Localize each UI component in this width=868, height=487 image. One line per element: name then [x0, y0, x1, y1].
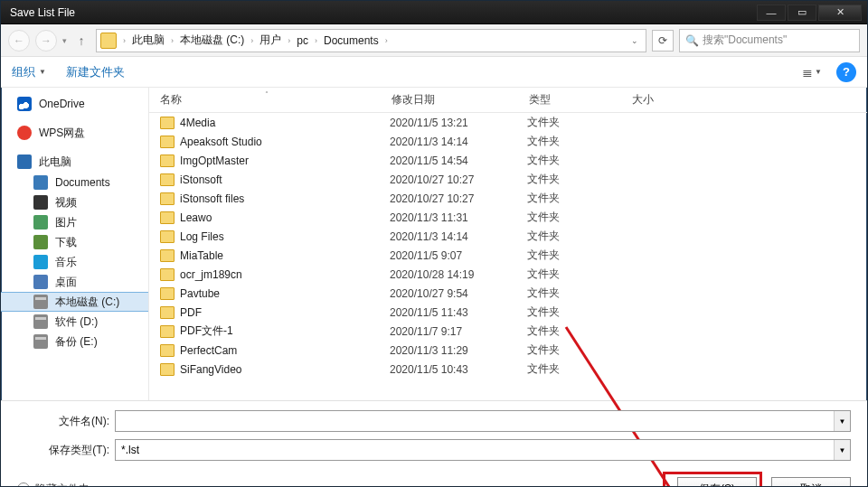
sidebar-item-documents[interactable]: Documents [1, 173, 148, 192]
cancel-button[interactable]: 取消 [771, 477, 851, 487]
file-name: MiaTable [180, 249, 390, 262]
breadcrumb-item[interactable]: 此电脑 [130, 33, 166, 48]
close-button[interactable]: ✕ [818, 5, 862, 21]
navigation-bar: ← → ▾ ↑ › 此电脑 › 本地磁盘 (C:) › 用户 › pc › Do… [1, 24, 867, 57]
file-date: 2020/11/3 11:31 [390, 211, 527, 224]
file-row[interactable]: PDF文件-12020/11/7 9:17文件夹 [149, 322, 867, 341]
sidebar-item-desktop[interactable]: 桌面 [1, 272, 148, 292]
file-row[interactable]: 4Media2020/11/5 13:21文件夹 [149, 113, 867, 132]
sidebar-item-pictures[interactable]: 图片 [1, 212, 148, 232]
organize-button[interactable]: 组织 ▼ [12, 64, 46, 80]
drive-icon [33, 314, 48, 329]
file-name: PDF文件-1 [180, 323, 390, 339]
file-type: 文件夹 [527, 172, 630, 187]
column-header-date[interactable]: 修改日期 [381, 92, 518, 108]
sidebar-item-drive-d[interactable]: 软件 (D:) [1, 312, 148, 332]
filename-dropdown-button[interactable]: ▼ [834, 411, 850, 431]
sort-asc-icon: ˄ [265, 90, 269, 98]
folder-icon [160, 211, 175, 224]
file-row[interactable]: PerfectCam2020/11/3 11:29文件夹 [149, 341, 867, 360]
file-row[interactable]: iStonsoft files2020/10/27 10:27文件夹 [149, 189, 867, 208]
chevron-down-icon: ⌄ [17, 482, 30, 487]
folder-icon [160, 117, 175, 129]
sidebar-item-wps[interactable]: WPS网盘 [1, 122, 148, 144]
annotation-highlight: 保存(S) [663, 472, 762, 487]
download-icon [33, 235, 48, 249]
filetype-select[interactable]: *.lst ▼ [115, 439, 851, 461]
minimize-button[interactable]: — [757, 5, 786, 21]
help-button[interactable]: ? [836, 62, 856, 82]
new-folder-button[interactable]: 新建文件夹 [66, 64, 125, 80]
file-type: 文件夹 [527, 191, 630, 206]
chevron-right-icon: › [168, 36, 176, 45]
file-row[interactable]: MiaTable2020/11/5 9:07文件夹 [149, 246, 867, 265]
file-type: 文件夹 [527, 342, 630, 358]
folder-icon [160, 363, 175, 376]
file-list[interactable]: 4Media2020/11/5 13:21文件夹Apeaksoft Studio… [149, 113, 867, 400]
sidebar-item-thispc[interactable]: 此电脑 [1, 151, 148, 173]
column-header-name[interactable]: 名称˄ [149, 92, 381, 108]
file-row[interactable]: Log Files2020/11/3 14:14文件夹 [149, 227, 867, 246]
save-dialog-window: Save List File — ▭ ✕ ← → ▾ ↑ › 此电脑 › 本地磁… [0, 0, 868, 487]
recent-locations-chevron[interactable]: ▾ [62, 36, 67, 45]
file-row[interactable]: Apeaksoft Studio2020/11/3 14:14文件夹 [149, 132, 867, 151]
nav-back-button[interactable]: ← [8, 30, 30, 52]
file-name: ImgOptMaster [180, 155, 390, 167]
refresh-button[interactable]: ⟳ [652, 30, 674, 52]
folder-icon [160, 230, 175, 243]
file-date: 2020/10/28 14:19 [390, 268, 527, 281]
file-name: Leawo [180, 211, 390, 224]
column-header-size[interactable]: 大小 [621, 92, 703, 108]
filename-label: 文件名(N): [17, 414, 115, 429]
file-row[interactable]: ocr_jm189cn2020/10/28 14:19文件夹 [149, 265, 867, 284]
file-type: 文件夹 [527, 210, 630, 225]
hide-folders-toggle[interactable]: ⌄ 隐藏文件夹 [17, 482, 90, 488]
file-type: 文件夹 [527, 115, 630, 130]
file-type: 文件夹 [527, 304, 630, 320]
column-header-row: 名称˄ 修改日期 类型 大小 [149, 88, 867, 113]
file-row[interactable]: Leawo2020/11/3 11:31文件夹 [149, 208, 867, 227]
breadcrumb-item[interactable]: 用户 [258, 33, 283, 48]
file-row[interactable]: SiFangVideo2020/11/5 10:43文件夹 [149, 360, 867, 379]
titlebar: Save List File — ▭ ✕ [1, 1, 867, 24]
address-dropdown-icon[interactable]: ⌄ [627, 36, 642, 45]
file-name: ocr_jm189cn [180, 268, 390, 281]
sidebar-item-drive-c[interactable]: 本地磁盘 (C:) [1, 292, 148, 312]
drive-icon [33, 295, 48, 309]
maximize-button[interactable]: ▭ [788, 5, 816, 21]
folder-icon [160, 192, 175, 205]
file-row[interactable]: iStonsoft2020/10/27 10:27文件夹 [149, 170, 867, 189]
newfolder-label: 新建文件夹 [66, 64, 125, 80]
folder-icon [160, 155, 175, 167]
folder-icon [100, 33, 117, 49]
filetype-dropdown-button[interactable]: ▼ [834, 440, 850, 460]
file-name: Apeaksoft Studio [180, 136, 390, 148]
nav-up-button[interactable]: ↑ [72, 32, 90, 50]
file-row[interactable]: ImgOptMaster2020/11/5 14:54文件夹 [149, 151, 867, 170]
sidebar-item-drive-e[interactable]: 备份 (E:) [1, 332, 148, 351]
file-date: 2020/11/7 9:17 [390, 325, 527, 338]
column-header-type[interactable]: 类型 [518, 92, 621, 108]
nav-forward-button[interactable]: → [35, 30, 57, 52]
folder-icon [160, 136, 175, 148]
file-name: iStonsoft files [180, 192, 390, 205]
file-type: 文件夹 [527, 267, 630, 282]
breadcrumb-item[interactable]: 本地磁盘 (C:) [178, 33, 246, 48]
folder-icon [160, 325, 175, 338]
breadcrumb-item[interactable]: pc [295, 34, 310, 47]
filename-input[interactable]: ▼ [115, 410, 851, 432]
file-row[interactable]: PDF2020/11/5 11:43文件夹 [149, 303, 867, 322]
breadcrumb-item[interactable]: Documents [322, 34, 381, 47]
search-input[interactable]: 🔍 搜索"Documents" [679, 29, 860, 52]
sidebar-item-downloads[interactable]: 下载 [1, 232, 148, 252]
file-date: 2020/11/5 10:43 [390, 363, 527, 376]
save-button[interactable]: 保存(S) [677, 477, 757, 487]
sidebar-item-onedrive[interactable]: OneDrive [1, 93, 148, 115]
file-row[interactable]: Pavtube2020/10/27 9:54文件夹 [149, 284, 867, 303]
address-bar[interactable]: › 此电脑 › 本地磁盘 (C:) › 用户 › pc › Documents … [96, 29, 646, 52]
sidebar-item-videos[interactable]: 视频 [1, 192, 148, 212]
video-icon [33, 195, 48, 210]
navigation-sidebar: OneDrive WPS网盘 此电脑 Documents 视频 图片 下载 音乐… [1, 88, 149, 400]
sidebar-item-music[interactable]: 音乐 [1, 252, 148, 272]
view-options-button[interactable]: ≣ ▼ [797, 62, 827, 82]
